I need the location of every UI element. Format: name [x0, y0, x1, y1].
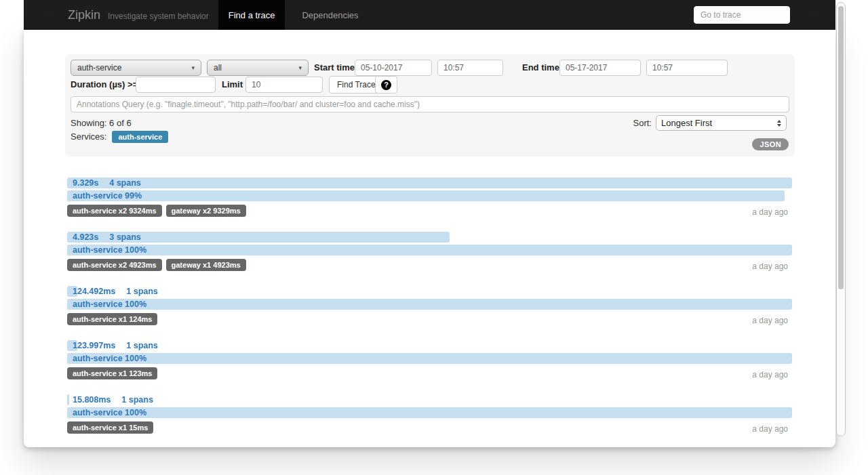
trace-span-count: 1 spans — [126, 341, 158, 350]
service-badges: auth-service — [112, 130, 172, 142]
trace-service-bar: auth-service 100% — [67, 353, 792, 364]
showing-count: Showing: 6 of 6 — [71, 118, 132, 128]
trace-duration: 123.997ms — [73, 341, 115, 350]
app-window: Zipkin Investigate system behavior Find … — [24, 0, 835, 447]
tab-dependencies[interactable]: Dependencies — [292, 0, 368, 30]
duration-label: Duration (µs) >= — [71, 77, 138, 93]
span-tags: auth-service x2 9324msgateway x2 9329ms — [67, 204, 250, 217]
span-tag: auth-service x1 15ms — [67, 421, 153, 434]
trace-duration: 15.808ms — [73, 395, 111, 405]
service-select-value: auth-service — [77, 63, 121, 73]
trace-row[interactable]: 9.329s4 spansauth-service 99%auth-servic… — [67, 178, 792, 216]
start-date-input[interactable] — [355, 60, 432, 76]
trace-duration-bar: 9.329s4 spans — [67, 178, 792, 188]
trace-list: 9.329s4 spansauth-service 99%auth-servic… — [67, 178, 792, 449]
trace-service-bar: auth-service 100% — [67, 245, 792, 255]
span-tags: auth-service x2 4923msgateway x1 4923ms — [67, 258, 250, 271]
sort-row: Sort: Longest First — [633, 115, 787, 131]
trace-age: a day ago — [752, 424, 792, 434]
end-clock-input[interactable] — [646, 60, 728, 76]
duration-input[interactable] — [136, 77, 216, 93]
trace-service-bar: auth-service 100% — [67, 299, 792, 310]
trace-age: a day ago — [752, 316, 792, 325]
span-tags: auth-service x1 123ms — [67, 367, 161, 379]
span-tag: auth-service x2 9324ms — [67, 205, 162, 217]
span-tag: auth-service x2 4923ms — [67, 259, 162, 271]
trace-span-count: 4 spans — [109, 178, 141, 188]
start-clock-input[interactable] — [437, 60, 503, 76]
span-tags: auth-service x1 124ms — [67, 312, 161, 325]
scrollbar-thumb[interactable] — [838, 6, 844, 289]
limit-input[interactable] — [245, 77, 323, 93]
trace-row[interactable]: 124.492ms1 spansauth-service 100%auth-se… — [67, 286, 792, 325]
span-tag: gateway x2 9329ms — [166, 205, 246, 217]
search-panel: auth-service ▾ all ▾ Start time End time… — [65, 54, 795, 157]
trace-age: a day ago — [752, 207, 792, 217]
brand-subtitle: Investigate system behavior — [108, 9, 209, 21]
go-to-trace-input[interactable] — [694, 6, 790, 24]
limit-label: Limit — [222, 77, 243, 93]
start-time-label: Start time — [314, 60, 355, 76]
brand-name: Zipkin — [68, 8, 100, 22]
go-to-trace-wrap — [694, 0, 835, 30]
trace-row[interactable]: 4.923s3 spansauth-service 100%auth-servi… — [67, 232, 792, 270]
trace-service-breakdown: auth-service 99% — [67, 190, 792, 201]
end-time-label: End time — [522, 60, 559, 76]
trace-span-count: 3 spans — [109, 232, 141, 242]
main-panel: auth-service ▾ all ▾ Start time End time… — [24, 30, 835, 447]
end-date-input[interactable] — [559, 60, 641, 76]
trace-duration-bar: 124.492ms1 spans — [67, 286, 792, 297]
annotations-query-input[interactable] — [71, 96, 789, 112]
services-label: Services: — [71, 131, 106, 142]
trace-duration: 4.923s — [73, 232, 98, 242]
help-button[interactable]: ? — [375, 76, 397, 94]
trace-service-bar: auth-service 99% — [67, 190, 792, 201]
trace-duration: 9.329s — [73, 178, 98, 188]
trace-service-breakdown: auth-service 100% — [67, 299, 792, 310]
trace-service-breakdown: auth-service 100% — [67, 353, 792, 364]
services-row: Services: auth-service — [71, 130, 172, 142]
json-button[interactable]: JSON — [752, 138, 789, 150]
trace-span-count: 1 spans — [121, 395, 153, 405]
span-tag: auth-service x1 123ms — [67, 367, 157, 379]
trace-age: a day ago — [752, 262, 792, 271]
sort-select[interactable]: Longest First — [656, 115, 787, 131]
trace-duration-bar: 123.997ms1 spans — [67, 340, 792, 351]
trace-row[interactable]: 15.808ms1 spansauth-service 100%auth-ser… — [67, 394, 792, 433]
navbar-spacer — [369, 0, 694, 30]
span-select-value: all — [214, 63, 222, 73]
chevron-down-icon: ▾ — [191, 65, 195, 71]
tab-find-a-trace[interactable]: Find a trace — [218, 0, 285, 30]
question-icon: ? — [381, 80, 391, 90]
service-badge: auth-service — [112, 131, 168, 143]
chevron-down-icon: ▾ — [298, 65, 302, 71]
sort-label: Sort: — [633, 118, 652, 128]
span-tag: gateway x1 4923ms — [166, 259, 246, 271]
stepper-icon — [777, 120, 781, 127]
navbar: Zipkin Investigate system behavior Find … — [24, 0, 835, 30]
trace-service-breakdown: auth-service 100% — [67, 407, 792, 418]
trace-duration: 124.492ms — [73, 287, 115, 296]
sort-select-value: Longest First — [661, 118, 712, 128]
span-tags: auth-service x1 15ms — [67, 421, 157, 434]
trace-service-breakdown: auth-service 100% — [67, 245, 792, 255]
span-tag: auth-service x1 124ms — [67, 313, 157, 325]
brand: Zipkin Investigate system behavior — [24, 0, 209, 30]
trace-age: a day ago — [752, 370, 792, 379]
span-select[interactable]: all ▾ — [207, 60, 309, 76]
trace-duration-bar: 4.923s3 spans — [67, 232, 792, 243]
scrollbar-track — [836, 2, 846, 436]
service-select[interactable]: auth-service ▾ — [71, 60, 201, 76]
trace-duration-bar: 15.808ms1 spans — [67, 394, 792, 405]
trace-span-count: 1 spans — [126, 287, 158, 296]
trace-row[interactable]: 123.997ms1 spansauth-service 100%auth-se… — [67, 340, 792, 379]
trace-service-bar: auth-service 100% — [67, 407, 792, 418]
